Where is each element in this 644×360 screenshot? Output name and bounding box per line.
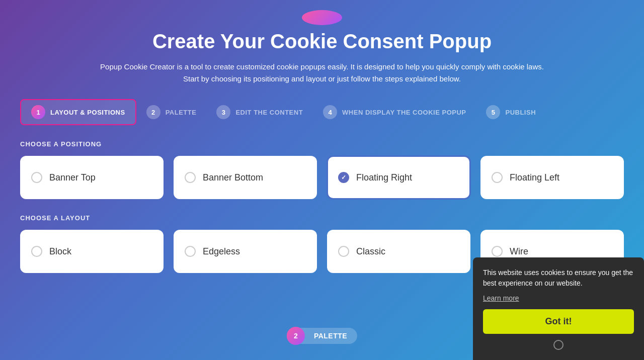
step-1-label: LAYOUT & POSITIONS [50,109,125,116]
step-3-number: 3 [216,105,230,119]
step-5[interactable]: 5 PUBLISH [476,100,546,124]
card-edgeless[interactable]: Edgeless [174,230,317,273]
card-floating-left[interactable]: Floating Left [480,156,624,199]
card-edgeless-label: Edgeless [203,246,240,257]
step-5-number: 5 [486,105,500,119]
radio-classic[interactable] [338,246,349,257]
card-floating-right[interactable]: Floating Right [327,156,470,199]
got-it-button[interactable]: Got it! [483,309,634,334]
layout-title: CHOOSE A LAYOUT [20,214,624,222]
radio-banner-top[interactable] [31,172,42,183]
step-1-number: 1 [31,105,45,119]
next-button[interactable]: PALETTE [299,328,357,344]
page-container: Create Your Cookie Consent Popup Popup C… [0,0,644,360]
step-4[interactable]: 4 WHEN DISPLAY THE COOKIE POPUP [313,100,476,124]
card-classic-label: Classic [356,246,385,257]
stepper: 1 LAYOUT & POSITIONS 2 PALETTE 3 EDIT TH… [20,99,624,125]
page-title: Create Your Cookie Consent Popup [20,30,624,53]
step-2-label: PALETTE [166,109,197,116]
card-block-label: Block [49,246,71,257]
step-1[interactable]: 1 LAYOUT & POSITIONS [20,99,136,125]
card-classic[interactable]: Classic [327,230,470,273]
card-banner-bottom[interactable]: Banner Bottom [174,156,317,199]
next-step-badge: 2 [287,327,305,345]
card-wire-label: Wire [510,246,528,257]
learn-more-link[interactable]: Learn more [483,294,519,302]
cookie-popup: This website uses cookies to ensure you … [473,257,644,360]
card-floating-left-label: Floating Left [510,172,559,183]
radio-floating-left[interactable] [492,172,503,183]
card-banner-bottom-label: Banner Bottom [203,172,263,183]
card-banner-top-label: Banner Top [49,172,96,183]
page-description: Popup Cookie Creator is a tool to create… [96,61,548,85]
card-banner-top[interactable]: Banner Top [20,156,164,199]
card-floating-right-label: Floating Right [356,172,412,183]
radio-edgeless[interactable] [185,246,196,257]
step-5-label: PUBLISH [505,109,536,116]
cookie-text: This website uses cookies to ensure you … [483,267,634,289]
radio-wire[interactable] [492,246,503,257]
step-2-number: 2 [146,105,160,119]
radio-floating-right[interactable] [338,172,349,183]
radio-block[interactable] [31,246,42,257]
step-2[interactable]: 2 PALETTE [136,100,207,124]
step-3[interactable]: 3 EDIT THE CONTENT [206,100,313,124]
cookie-settings-icon[interactable] [553,340,564,350]
positioning-cards: Banner Top Banner Bottom Floating Right … [20,156,624,199]
bottom-nav: 2 PALETTE [287,327,357,345]
step-3-label: EDIT THE CONTENT [235,109,303,116]
positioning-title: CHOOSE A POSITIONG [20,140,624,148]
step-4-label: WHEN DISPLAY THE COOKIE POPUP [342,109,466,116]
step-4-number: 4 [323,105,337,119]
card-block[interactable]: Block [20,230,164,273]
oval-decoration [302,10,342,25]
radio-banner-bottom[interactable] [185,172,196,183]
